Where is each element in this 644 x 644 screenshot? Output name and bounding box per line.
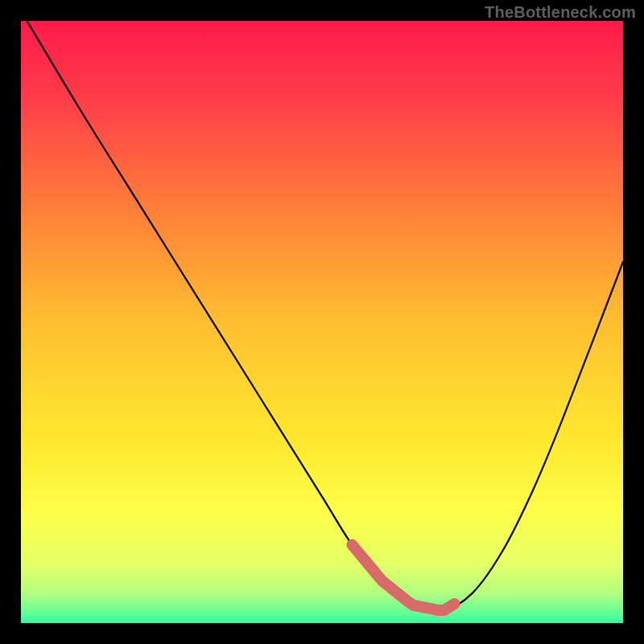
optimal-range-highlight [352, 545, 454, 610]
bottleneck-curve-svg [21, 21, 623, 623]
chart-frame: TheBottleneck.com [0, 0, 644, 644]
watermark-text: TheBottleneck.com [485, 3, 636, 22]
plot-area [21, 21, 623, 623]
bottleneck-curve [27, 21, 623, 612]
